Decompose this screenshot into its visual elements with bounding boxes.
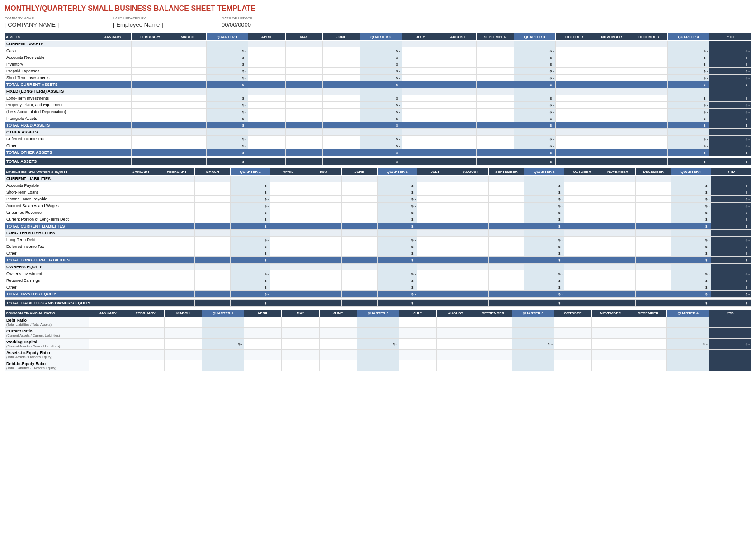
table-row[interactable]: TOTAL ASSETS$ -$ -$ -$ -$ - <box>5 158 751 165</box>
data-cell[interactable] <box>342 250 378 257</box>
data-cell[interactable]: $ - <box>524 257 564 264</box>
data-cell[interactable] <box>453 196 489 203</box>
data-cell[interactable]: $ - <box>524 237 564 243</box>
ratio-cell[interactable] <box>474 317 512 328</box>
data-cell[interactable] <box>169 81 206 88</box>
data-cell[interactable]: $ - <box>671 216 711 223</box>
data-cell[interactable] <box>169 109 206 115</box>
data-cell[interactable]: $ - <box>709 81 751 88</box>
data-cell[interactable] <box>453 189 489 196</box>
data-cell[interactable]: $ - <box>514 136 556 142</box>
data-cell[interactable] <box>123 237 159 243</box>
ratio-cell[interactable] <box>512 360 554 371</box>
data-cell[interactable]: $ - <box>671 209 711 216</box>
data-cell[interactable] <box>169 149 206 156</box>
data-cell[interactable] <box>323 47 360 54</box>
data-cell[interactable]: $ - <box>230 203 270 209</box>
data-cell[interactable] <box>306 216 342 223</box>
ratio-cell[interactable] <box>164 360 202 371</box>
data-cell[interactable] <box>169 68 206 75</box>
data-cell[interactable]: $ - <box>206 109 248 115</box>
data-cell[interactable] <box>323 149 360 156</box>
data-cell[interactable]: $ - <box>711 243 751 250</box>
data-cell[interactable] <box>270 250 306 257</box>
table-row[interactable]: Cash$ -$ -$ -$ -$ - <box>5 47 751 54</box>
updated-value[interactable]: [ Employee Name ] <box>113 20 203 29</box>
data-cell[interactable] <box>477 47 514 54</box>
data-cell[interactable] <box>285 68 323 75</box>
data-cell[interactable] <box>285 81 323 88</box>
data-cell[interactable] <box>402 149 439 156</box>
data-cell[interactable] <box>132 61 169 68</box>
data-cell[interactable]: $ - <box>711 291 751 298</box>
data-cell[interactable] <box>195 223 231 230</box>
data-cell[interactable] <box>123 277 159 284</box>
data-cell[interactable] <box>94 115 132 122</box>
data-cell[interactable]: $ - <box>709 109 751 115</box>
data-cell[interactable] <box>636 257 671 264</box>
data-cell[interactable] <box>306 250 342 257</box>
data-cell[interactable] <box>402 102 439 109</box>
data-cell[interactable] <box>477 75 514 81</box>
data-cell[interactable] <box>439 109 477 115</box>
data-cell[interactable] <box>270 182 306 189</box>
data-cell[interactable] <box>600 277 636 284</box>
data-cell[interactable] <box>248 102 286 109</box>
data-cell[interactable] <box>593 158 630 165</box>
data-cell[interactable]: $ - <box>360 54 402 61</box>
ratio-cell[interactable]: $ - <box>202 339 244 350</box>
data-cell[interactable] <box>600 182 636 189</box>
data-cell[interactable] <box>630 115 668 122</box>
data-cell[interactable] <box>630 122 668 129</box>
data-cell[interactable] <box>630 136 668 142</box>
ratio-cell[interactable] <box>474 339 512 350</box>
data-cell[interactable] <box>123 189 159 196</box>
data-cell[interactable] <box>123 291 159 298</box>
data-cell[interactable] <box>593 142 630 149</box>
data-cell[interactable]: $ - <box>206 95 248 102</box>
data-cell[interactable]: $ - <box>514 142 556 149</box>
data-cell[interactable] <box>159 223 195 230</box>
table-row[interactable]: TOTAL LONG-TERM LIABILITIES$ -$ -$ -$ -$… <box>5 257 751 264</box>
data-cell[interactable] <box>439 142 477 149</box>
data-cell[interactable] <box>306 257 342 264</box>
table-row[interactable]: Short-Term Loans$ -$ -$ -$ -$ - <box>5 189 751 196</box>
table-row[interactable]: (Less Accumulated Depreciation)$ -$ -$ -… <box>5 109 751 115</box>
table-row[interactable]: Accounts Payable$ -$ -$ -$ -$ - <box>5 182 751 189</box>
data-cell[interactable] <box>564 216 600 223</box>
data-cell[interactable]: $ - <box>206 68 248 75</box>
data-cell[interactable] <box>270 300 306 307</box>
data-cell[interactable] <box>123 270 159 277</box>
data-cell[interactable] <box>417 237 453 243</box>
data-cell[interactable] <box>94 47 132 54</box>
ratio-cell[interactable] <box>399 350 437 360</box>
data-cell[interactable] <box>94 75 132 81</box>
data-cell[interactable] <box>94 68 132 75</box>
data-cell[interactable] <box>323 68 360 75</box>
data-cell[interactable] <box>323 142 360 149</box>
data-cell[interactable] <box>453 277 489 284</box>
data-cell[interactable]: $ - <box>360 102 402 109</box>
table-row[interactable]: TOTAL OTHER ASSETS$ -$ -$ -$ -$ - <box>5 149 751 156</box>
data-cell[interactable] <box>123 257 159 264</box>
data-cell[interactable] <box>417 216 453 223</box>
data-cell[interactable] <box>556 136 593 142</box>
data-cell[interactable] <box>285 149 323 156</box>
data-cell[interactable] <box>323 158 360 165</box>
data-cell[interactable] <box>248 61 286 68</box>
data-cell[interactable]: $ - <box>667 47 709 54</box>
data-cell[interactable]: $ - <box>514 149 556 156</box>
data-cell[interactable]: $ - <box>671 270 711 277</box>
data-cell[interactable] <box>489 203 524 209</box>
data-cell[interactable]: $ - <box>360 95 402 102</box>
data-cell[interactable] <box>564 277 600 284</box>
ratio-cell[interactable] <box>512 317 554 328</box>
data-cell[interactable] <box>323 95 360 102</box>
data-cell[interactable] <box>402 109 439 115</box>
ratio-cell[interactable] <box>709 328 751 339</box>
data-cell[interactable]: $ - <box>230 223 270 230</box>
data-cell[interactable] <box>248 95 286 102</box>
data-cell[interactable] <box>564 189 600 196</box>
ratio-cell[interactable] <box>629 317 667 328</box>
data-cell[interactable] <box>477 61 514 68</box>
